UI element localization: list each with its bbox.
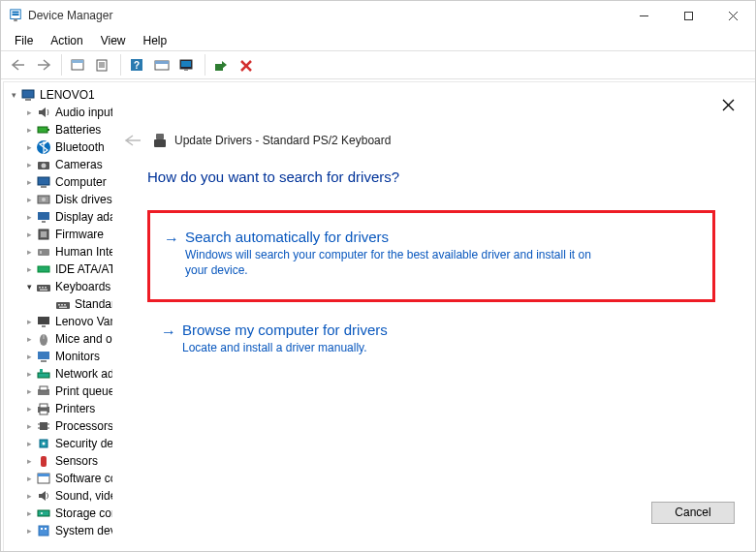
dialog-close-button[interactable]	[713, 90, 742, 119]
svg-rect-57	[41, 360, 47, 362]
svg-rect-56	[38, 352, 49, 359]
separator	[120, 54, 121, 76]
arrow-right-icon: →	[164, 229, 185, 278]
menu-file[interactable]: File	[7, 32, 41, 49]
dialog-title: Update Drivers - Standard PS/2 Keyboard	[174, 134, 391, 147]
separator	[61, 54, 62, 76]
svg-rect-65	[40, 422, 47, 430]
back-button[interactable]	[7, 54, 30, 76]
option-description: Locate and install a driver manually.	[182, 340, 388, 355]
menu-bar: File Action View Help	[1, 30, 755, 50]
svg-rect-51	[59, 307, 67, 309]
svg-rect-74	[38, 474, 49, 476]
svg-rect-43	[39, 287, 41, 289]
help-button[interactable]: ?	[125, 54, 148, 76]
cancel-button[interactable]: Cancel	[651, 502, 735, 524]
svg-rect-75	[38, 510, 49, 516]
svg-rect-3	[14, 19, 17, 22]
menu-view[interactable]: View	[93, 32, 134, 49]
svg-rect-24	[22, 90, 34, 98]
svg-rect-53	[42, 325, 46, 327]
svg-rect-21	[215, 64, 223, 71]
svg-text:?: ?	[134, 60, 140, 71]
uninstall-device-button[interactable]	[235, 54, 258, 76]
properties-button[interactable]	[91, 54, 114, 76]
svg-point-76	[41, 512, 43, 514]
close-button[interactable]	[710, 1, 755, 30]
keyboard-icon	[153, 133, 167, 148]
svg-rect-50	[64, 304, 66, 306]
minimize-button[interactable]	[621, 1, 666, 30]
window-title: Device Manager	[28, 9, 621, 22]
svg-rect-63	[40, 404, 47, 408]
svg-rect-83	[156, 134, 164, 139]
svg-point-30	[42, 164, 47, 169]
dialog-back-button[interactable]	[120, 134, 145, 147]
separator	[205, 54, 205, 76]
svg-rect-46	[40, 290, 47, 291]
svg-rect-1	[13, 12, 19, 14]
svg-rect-39	[38, 249, 49, 256]
svg-rect-9	[72, 60, 83, 63]
menu-help[interactable]: Help	[136, 32, 175, 49]
svg-rect-2	[13, 14, 19, 15]
title-bar: Device Manager	[1, 1, 755, 30]
svg-rect-32	[41, 186, 47, 188]
svg-rect-25	[25, 99, 31, 101]
option-search-automatically[interactable]: → Search automatically for drivers Windo…	[147, 210, 715, 302]
option-browse-computer[interactable]: → Browse my computer for drivers Locate …	[147, 316, 715, 365]
svg-rect-49	[61, 304, 63, 306]
update-drivers-dialog: Update Drivers - Standard PS/2 Keyboard …	[112, 86, 752, 535]
svg-rect-52	[38, 317, 49, 324]
show-hidden-button[interactable]	[66, 54, 89, 76]
svg-rect-26	[38, 127, 47, 133]
svg-rect-77	[39, 526, 48, 536]
enable-device-button[interactable]	[209, 54, 233, 76]
arrow-right-icon: →	[161, 322, 182, 355]
svg-rect-59	[40, 369, 43, 373]
svg-rect-19	[181, 61, 191, 67]
svg-rect-48	[58, 304, 60, 306]
scan-button[interactable]	[150, 54, 173, 76]
svg-rect-82	[154, 139, 166, 147]
update-driver-button[interactable]	[175, 54, 199, 76]
svg-rect-17	[155, 61, 169, 64]
svg-rect-5	[684, 12, 692, 19]
toolbar: ?	[1, 50, 755, 79]
svg-rect-38	[41, 231, 47, 237]
svg-rect-20	[184, 69, 188, 71]
forward-button[interactable]	[32, 54, 55, 76]
svg-rect-35	[38, 212, 49, 220]
svg-rect-79	[45, 528, 47, 530]
option-description: Windows will search your computer for th…	[185, 247, 592, 278]
dialog-prompt: How do you want to search for drivers?	[147, 169, 715, 185]
svg-rect-78	[41, 528, 43, 530]
svg-rect-72	[41, 456, 47, 467]
option-title: Browse my computer for drivers	[182, 322, 388, 338]
svg-rect-41	[38, 266, 49, 272]
svg-rect-31	[38, 177, 49, 185]
svg-rect-61	[40, 386, 47, 390]
menu-action[interactable]: Action	[43, 32, 90, 49]
svg-rect-44	[42, 287, 44, 289]
device-manager-icon	[9, 9, 22, 22]
svg-point-71	[43, 443, 46, 445]
svg-point-34	[42, 198, 46, 201]
svg-rect-58	[38, 373, 49, 378]
svg-rect-36	[42, 221, 46, 223]
svg-rect-27	[47, 129, 49, 131]
option-title: Search automatically for drivers	[185, 229, 592, 245]
maximize-button[interactable]	[666, 1, 710, 30]
svg-rect-64	[40, 411, 47, 414]
svg-rect-45	[45, 287, 47, 289]
